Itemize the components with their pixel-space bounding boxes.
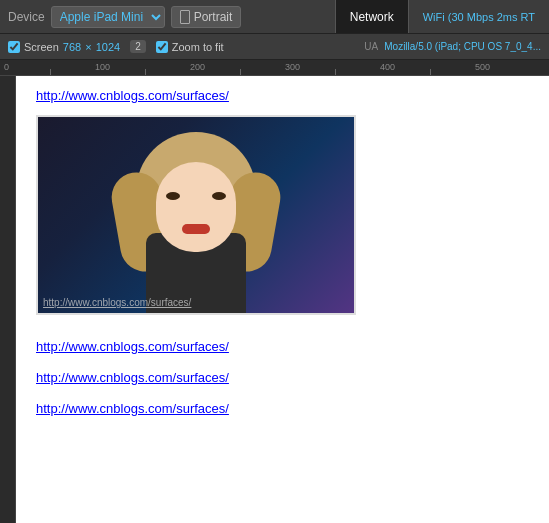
ruler-tick-label-200: 200 xyxy=(190,62,205,72)
zoom-checkbox[interactable] xyxy=(156,41,168,53)
toolbar-tabs: Network WiFi (30 Mbps 2ms RT xyxy=(335,0,549,33)
ruler-tick-250 xyxy=(240,69,241,75)
eyes xyxy=(166,192,226,200)
url-link-4[interactable]: http://www.cnblogs.com/surfaces/ xyxy=(16,393,549,424)
ruler-tick-label-300: 300 xyxy=(285,62,300,72)
url-link-3[interactable]: http://www.cnblogs.com/surfaces/ xyxy=(16,362,549,393)
screen-label: Screen xyxy=(24,41,59,53)
tab-network[interactable]: Network xyxy=(335,0,408,33)
ruler-horizontal: 0 100 200 300 400 500 600 xyxy=(0,60,549,76)
top-toolbar: Device Apple iPad Mini Portrait Network … xyxy=(0,0,549,34)
ruler-tick-label-500: 500 xyxy=(475,62,490,72)
portrait-label: Portrait xyxy=(194,10,233,24)
second-toolbar: Screen 768 × 1024 2 Zoom to fit UA Mozil… xyxy=(0,34,549,60)
page-content: http://www.cnblogs.com/surfaces/ xyxy=(16,76,549,523)
url-link-1[interactable]: http://www.cnblogs.com/surfaces/ xyxy=(16,76,549,111)
tab-wifi-label: WiFi (30 Mbps 2ms RT xyxy=(423,11,535,23)
image-container: http://www.cnblogs.com/surfaces/ xyxy=(36,115,356,315)
ruler-tick-450 xyxy=(430,69,431,75)
viewport[interactable]: http://www.cnblogs.com/surfaces/ xyxy=(16,76,549,523)
face xyxy=(156,162,236,252)
screen-checkbox-item: Screen 768 × 1024 xyxy=(8,41,120,53)
toolbar-left: Device Apple iPad Mini Portrait xyxy=(0,6,249,28)
left-eye xyxy=(166,192,180,200)
device-select[interactable]: Apple iPad Mini xyxy=(51,6,165,28)
ruler-tick-50 xyxy=(50,69,51,75)
screen-width: 768 xyxy=(63,41,81,53)
device-label: Device xyxy=(8,10,45,24)
ruler-tick-label-400: 400 xyxy=(380,62,395,72)
main-area: http://www.cnblogs.com/surfaces/ xyxy=(0,76,549,523)
lips xyxy=(182,224,210,234)
badge: 2 xyxy=(130,40,146,53)
tab-wifi[interactable]: WiFi (30 Mbps 2ms RT xyxy=(408,0,549,33)
ua-value: Mozilla/5.0 (iPad; CPU OS 7_0_4... xyxy=(384,41,541,52)
url-link-2[interactable]: http://www.cnblogs.com/surfaces/ xyxy=(16,319,549,362)
ruler-tick-label-100: 100 xyxy=(95,62,110,72)
zoom-label: Zoom to fit xyxy=(172,41,224,53)
ruler-tick-350 xyxy=(335,69,336,75)
screen-cross: × xyxy=(85,41,91,53)
ruler-vertical xyxy=(0,76,16,523)
portrait-button[interactable]: Portrait xyxy=(171,6,242,28)
ua-section: UA Mozilla/5.0 (iPad; CPU OS 7_0_4... xyxy=(364,41,541,52)
portrait-icon xyxy=(180,10,190,24)
ua-label: UA xyxy=(364,41,378,52)
person-figure xyxy=(38,117,354,313)
zoom-checkbox-item: Zoom to fit xyxy=(156,41,224,53)
ruler-canvas: 0 100 200 300 400 500 600 xyxy=(0,60,549,75)
ruler-tick-150 xyxy=(145,69,146,75)
screen-height: 1024 xyxy=(96,41,120,53)
image-overlay-url: http://www.cnblogs.com/surfaces/ xyxy=(43,297,191,308)
right-eye xyxy=(212,192,226,200)
ruler-tick-label-0: 0 xyxy=(4,62,9,72)
tab-network-label: Network xyxy=(350,10,394,24)
screen-checkbox[interactable] xyxy=(8,41,20,53)
